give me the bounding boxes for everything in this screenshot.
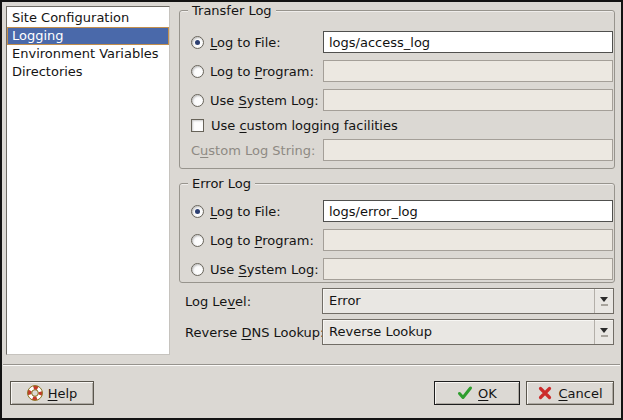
sidebar-item-label: Logging bbox=[12, 28, 64, 43]
error-log-to-file-radio[interactable] bbox=[191, 205, 204, 218]
transfer-log-program-input bbox=[323, 60, 613, 82]
log-level-select[interactable]: Error bbox=[322, 288, 614, 314]
error-use-system-log-label: Use System Log: bbox=[210, 262, 319, 277]
reverse-dns-row: Reverse DNS Lookup: Reverse Lookup bbox=[185, 319, 614, 345]
log-level-row: Log Level: Error bbox=[185, 288, 614, 314]
transfer-log-to-program-label: Log to Program: bbox=[210, 64, 314, 79]
error-log-syslog-input bbox=[323, 258, 613, 280]
error-log-to-file-row: Log to File: bbox=[191, 200, 611, 222]
error-log-frame: Error Log Log to File: Log to Program: U… bbox=[179, 183, 615, 283]
button-area-separator bbox=[3, 364, 620, 366]
reverse-dns-value: Reverse Lookup bbox=[323, 320, 594, 344]
error-log-file-input[interactable] bbox=[323, 200, 613, 222]
error-log-frame-title: Error Log bbox=[188, 175, 255, 192]
transfer-use-system-log-radio[interactable] bbox=[191, 94, 204, 107]
sidebar-item-logging[interactable]: Logging bbox=[7, 27, 169, 45]
error-log-to-program-radio[interactable] bbox=[191, 234, 204, 247]
transfer-log-to-file-label: Log to File: bbox=[210, 35, 281, 50]
transfer-log-frame-title: Transfer Log bbox=[188, 2, 276, 19]
error-log-to-program-label: Log to Program: bbox=[210, 233, 314, 248]
use-custom-logging-label: Use custom logging facilities bbox=[211, 118, 398, 133]
sidebar-item-site-configuration[interactable]: Site Configuration bbox=[7, 9, 169, 27]
cancel-button-label: Cancel bbox=[558, 386, 602, 401]
category-list: Site Configuration Logging Environment V… bbox=[6, 6, 170, 355]
custom-log-string-row: Custom Log String: bbox=[191, 139, 611, 161]
transfer-log-file-input[interactable] bbox=[323, 31, 613, 53]
help-button-label: Help bbox=[48, 386, 78, 401]
httpd-configuration-dialog: Site Configuration Logging Environment V… bbox=[0, 0, 623, 420]
error-log-to-file-label: Log to File: bbox=[210, 204, 281, 219]
transfer-log-to-file-radio[interactable] bbox=[191, 36, 204, 49]
transfer-use-system-log-label: Use System Log: bbox=[210, 93, 319, 108]
reverse-dns-label: Reverse DNS Lookup: bbox=[185, 325, 324, 340]
help-button[interactable]: Help bbox=[10, 381, 94, 405]
error-log-to-program-row: Log to Program: bbox=[191, 229, 611, 251]
use-custom-logging-checkbox[interactable] bbox=[191, 119, 204, 132]
x-cancel-icon bbox=[537, 385, 553, 401]
transfer-log-to-file-row: Log to File: bbox=[191, 31, 611, 53]
log-level-value: Error bbox=[323, 289, 594, 313]
log-level-label: Log Level: bbox=[185, 294, 251, 309]
transfer-log-frame: Transfer Log Log to File: Log to Program… bbox=[179, 10, 615, 169]
transfer-log-to-program-radio[interactable] bbox=[191, 65, 204, 78]
sidebar-item-label: Site Configuration bbox=[12, 10, 129, 25]
error-log-program-input bbox=[323, 229, 613, 251]
transfer-use-system-log-row: Use System Log: bbox=[191, 89, 611, 111]
error-use-system-log-radio[interactable] bbox=[191, 263, 204, 276]
transfer-log-syslog-input bbox=[323, 89, 613, 111]
sidebar-item-environment-variables[interactable]: Environment Variables bbox=[7, 45, 169, 63]
ok-button[interactable]: OK bbox=[434, 381, 520, 405]
sidebar-item-label: Environment Variables bbox=[12, 46, 159, 61]
error-use-system-log-row: Use System Log: bbox=[191, 258, 611, 280]
ok-button-label: OK bbox=[478, 386, 497, 401]
lifebuoy-help-icon bbox=[27, 385, 43, 401]
custom-logging-facilities-row: Use custom logging facilities bbox=[191, 115, 611, 135]
chevron-down-icon bbox=[594, 320, 613, 344]
custom-log-string-input bbox=[323, 139, 613, 161]
reverse-dns-select[interactable]: Reverse Lookup bbox=[322, 319, 614, 345]
chevron-down-icon bbox=[594, 289, 613, 313]
custom-log-string-label: Custom Log String: bbox=[191, 143, 315, 158]
transfer-log-to-program-row: Log to Program: bbox=[191, 60, 611, 82]
sidebar-item-label: Directories bbox=[12, 64, 83, 79]
sidebar-item-directories[interactable]: Directories bbox=[7, 63, 169, 81]
check-icon bbox=[457, 385, 473, 401]
cancel-button[interactable]: Cancel bbox=[526, 381, 614, 405]
